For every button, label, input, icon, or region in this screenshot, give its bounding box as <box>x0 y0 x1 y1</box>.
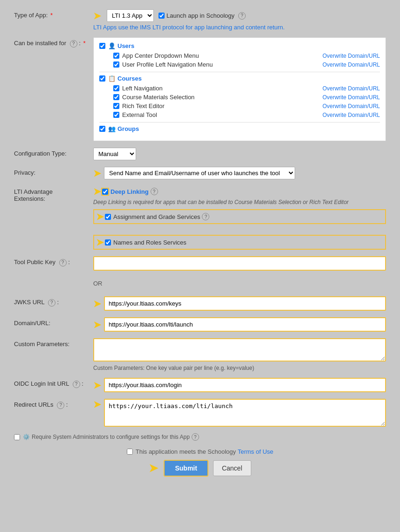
course-materials-overwrite-link[interactable]: Overwrite Domain/URL <box>323 94 380 101</box>
users-icon: 👤 <box>108 42 116 49</box>
custom-params-note: Custom Parameters: One key value pair pe… <box>93 365 386 371</box>
list-item: User Profile Left Navigation Menu Overwr… <box>113 61 380 68</box>
list-item: App Center Dropdown Menu Overwrite Domai… <box>113 52 380 59</box>
arrow-privacy: ➤ <box>93 168 101 179</box>
can-be-installed-help-icon[interactable]: ? <box>70 40 77 48</box>
tool-public-key-input[interactable] <box>93 256 386 271</box>
users-checkbox[interactable] <box>99 43 105 49</box>
arrow-oidc: ➤ <box>93 380 101 391</box>
arrow-submit: ➤ <box>149 462 158 475</box>
arrow-assignment-grade: ➤ <box>96 211 104 222</box>
launch-app-help-icon[interactable]: ? <box>238 12 246 20</box>
external-tool-checkbox[interactable] <box>113 112 119 118</box>
privacy-select[interactable]: Send Name and Email/Username of user who… <box>104 167 295 179</box>
redirect-urls-label: Redirect URLs ? : <box>14 399 93 409</box>
oidc-login-help-icon[interactable]: ? <box>73 381 80 388</box>
groups-checkbox[interactable] <box>99 126 105 132</box>
app-center-dropdown-checkbox[interactable] <box>113 53 119 59</box>
redirect-urls-help-icon[interactable]: ? <box>57 402 64 409</box>
left-nav-overwrite-link[interactable]: Overwrite Domain/URL <box>323 85 380 92</box>
courses-icon: 📋 <box>108 75 116 82</box>
users-section: 👤 Users App Center Dropdown Menu Overwri… <box>99 42 380 68</box>
external-tool-overwrite-link[interactable]: Overwrite Domain/URL <box>323 112 380 118</box>
terms-row: This application meets the Schoology Ter… <box>14 448 386 455</box>
users-section-title: Users <box>117 42 134 49</box>
course-materials-checkbox[interactable] <box>113 94 119 100</box>
jwks-url-help-icon[interactable]: ? <box>48 299 55 307</box>
or-text: OR <box>93 280 103 287</box>
cancel-button[interactable]: Cancel <box>213 460 251 476</box>
type-of-app-select[interactable]: LTI 1.3 App LTI 1.1 App <box>107 9 154 22</box>
redirect-urls-textarea[interactable] <box>104 399 386 427</box>
user-profile-nav-checkbox[interactable] <box>113 61 119 68</box>
course-materials-label: Course Materials Selection <box>122 94 194 101</box>
tool-public-key-label: Tool Public Key ? : <box>14 256 93 266</box>
tool-public-key-help-icon[interactable]: ? <box>59 259 67 266</box>
arrow-domain-url: ➤ <box>93 319 101 330</box>
list-item: Left Navigation Overwrite Domain/URL <box>113 85 380 92</box>
require-admin-checkbox[interactable] <box>14 434 20 440</box>
arrow-redirect-urls: ➤ <box>93 399 101 410</box>
oidc-login-label: OIDC Login Init URL ? : <box>14 378 93 388</box>
list-item: Rich Text Editor Overwrite Domain/URL <box>113 102 380 109</box>
groups-icon: 👥 <box>108 125 116 132</box>
deep-linking-help-icon[interactable]: ? <box>151 188 158 195</box>
terms-checkbox[interactable] <box>127 449 133 455</box>
user-profile-overwrite-link[interactable]: Overwrite Domain/URL <box>323 61 380 68</box>
type-of-app-label: Type of App: * <box>14 9 93 19</box>
groups-section: 👥 Groups <box>99 125 380 132</box>
arrow-type-of-app: ➤ <box>93 10 101 21</box>
deep-linking-checkbox[interactable] <box>102 189 108 195</box>
courses-section: 📋 Courses Left Navigation Overwrite Doma… <box>99 75 380 118</box>
config-type-select[interactable]: Manual Automatic <box>93 148 136 160</box>
list-item: External Tool Overwrite Domain/URL <box>113 111 380 118</box>
submit-button[interactable]: Submit <box>164 460 208 477</box>
gear-icon: ⚙️ <box>23 434 30 440</box>
domain-url-input[interactable] <box>104 317 386 332</box>
arrow-jwks: ➤ <box>93 298 101 309</box>
left-nav-label: Left Navigation <box>122 85 163 92</box>
jwks-url-input[interactable] <box>104 296 386 311</box>
assignment-grade-label: Assignment and Grade Services <box>113 213 200 220</box>
deep-linking-label: Deep Linking <box>110 188 149 195</box>
lti-advantage-label: LTI Advantage Extensions: <box>14 186 93 202</box>
app-center-dropdown-label: App Center Dropdown Menu <box>122 52 199 59</box>
rich-text-checkbox[interactable] <box>113 103 119 109</box>
terms-link[interactable]: Terms of Use <box>238 448 274 455</box>
require-admin-row: ⚙️ Require System Administrators to conf… <box>14 433 386 441</box>
require-admin-help-icon[interactable]: ? <box>192 433 199 441</box>
courses-checkbox[interactable] <box>99 75 105 82</box>
jwks-url-label: JWKS URL ? : <box>14 296 93 307</box>
arrow-names-roles: ➤ <box>96 237 104 248</box>
domain-url-label: Domain/URL: <box>14 317 93 327</box>
rich-text-overwrite-link[interactable]: Overwrite Domain/URL <box>323 103 380 109</box>
terms-text: This application meets the Schoology <box>136 448 236 455</box>
custom-params-label: Custom Parameters: <box>14 338 93 348</box>
rich-text-label: Rich Text Editor <box>122 102 165 109</box>
can-be-installed-label: Can be installed for ? : * <box>14 37 93 48</box>
app-center-overwrite-link[interactable]: Overwrite Domain/URL <box>323 53 380 59</box>
assignment-grade-help-icon[interactable]: ? <box>202 213 209 220</box>
privacy-label: Privacy: <box>14 167 93 176</box>
install-panel: 👤 Users App Center Dropdown Menu Overwri… <box>93 37 386 141</box>
assignment-grade-checkbox[interactable] <box>105 214 111 220</box>
config-type-label: Configuration Type: <box>14 148 93 157</box>
lti-info-text: LTI Apps use the IMS LTI protocol for ap… <box>93 24 386 31</box>
external-tool-label: External Tool <box>122 111 157 118</box>
arrow-deep-linking: ➤ <box>93 186 101 197</box>
require-admin-label: Require System Administrators to configu… <box>32 434 190 440</box>
groups-section-title: Groups <box>117 125 139 132</box>
launch-app-label[interactable]: Launch app in Schoology ? <box>159 12 246 20</box>
deep-linking-note: Deep Linking is required for apps that c… <box>93 199 386 205</box>
names-roles-label: Names and Roles Services <box>113 239 186 246</box>
user-profile-nav-label: User Profile Left Navigation Menu <box>122 61 213 68</box>
courses-section-title: Courses <box>117 75 142 82</box>
list-item: Course Materials Selection Overwrite Dom… <box>113 94 380 101</box>
oidc-login-input[interactable] <box>104 378 386 392</box>
launch-app-checkbox[interactable] <box>159 13 165 19</box>
custom-params-textarea[interactable] <box>93 338 386 361</box>
left-nav-checkbox[interactable] <box>113 85 119 91</box>
names-roles-checkbox[interactable] <box>105 239 111 246</box>
